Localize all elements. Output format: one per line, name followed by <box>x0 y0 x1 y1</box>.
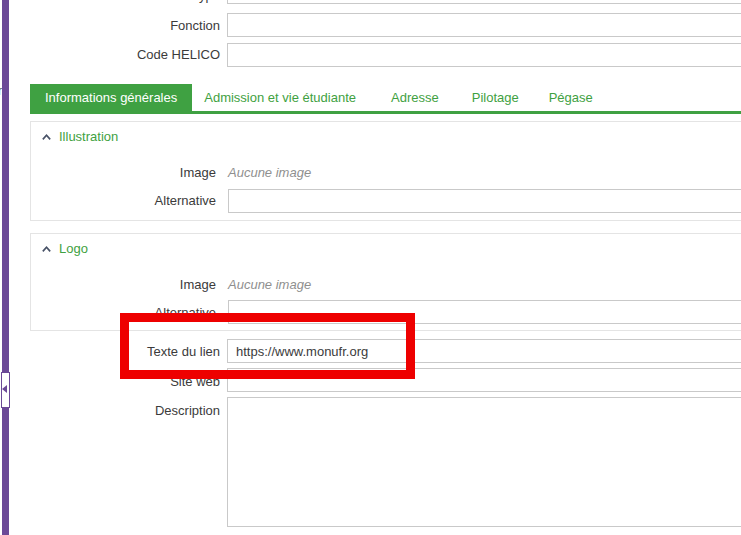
image-label: Image <box>31 277 216 293</box>
section-title: Illustration <box>59 129 118 145</box>
site-web-label: Site web <box>30 374 220 390</box>
logo-section: Logo Image Aucune image Alternative <box>30 233 741 331</box>
tab-pegase[interactable]: Pégase <box>537 84 605 111</box>
field-label-code-helico: Code HELICO <box>30 47 220 63</box>
tab-adresse[interactable]: Adresse <box>379 84 451 111</box>
tab-informations-generales[interactable]: Informations générales <box>30 84 192 111</box>
type-input[interactable] <box>227 0 741 4</box>
field-label-fonction: Fonction <box>30 18 220 34</box>
arrow-left-icon <box>2 385 7 393</box>
illustration-section-header[interactable]: Illustration <box>41 129 118 145</box>
illustration-alternative-input[interactable] <box>228 189 741 213</box>
texte-du-lien-input[interactable] <box>227 339 741 363</box>
fonction-input[interactable] <box>227 13 741 37</box>
tab-pilotage[interactable]: Pilotage <box>460 84 531 111</box>
logo-section-header[interactable]: Logo <box>41 241 88 257</box>
chevron-up-icon <box>41 132 52 143</box>
tab-admission-et-vie-etudiante[interactable]: Admission et vie étudiante <box>192 84 368 111</box>
logo-alternative-input[interactable] <box>228 300 741 324</box>
site-web-input[interactable] <box>227 368 741 392</box>
left-edge-bar <box>2 0 9 535</box>
form-page: r Type Fonction Code HELICO Informations… <box>0 0 741 535</box>
texte-du-lien-label: Texte du lien <box>30 344 220 360</box>
chevron-up-icon <box>41 244 52 255</box>
image-empty-value: Aucune image <box>228 277 311 293</box>
image-empty-value: Aucune image <box>228 165 311 181</box>
code-helico-input[interactable] <box>227 43 741 67</box>
description-textarea[interactable] <box>227 397 741 527</box>
alternative-label: Alternative <box>31 305 216 321</box>
field-label-type: Type <box>30 0 220 4</box>
description-label: Description <box>30 403 220 419</box>
panel-collapse-handle[interactable] <box>1 372 10 408</box>
tab-bar: Informations générales Admission et vie … <box>30 84 741 114</box>
alternative-label: Alternative <box>31 193 216 209</box>
image-label: Image <box>31 165 216 181</box>
section-title: Logo <box>59 241 88 257</box>
illustration-section: Illustration Image Aucune image Alternat… <box>30 121 741 221</box>
